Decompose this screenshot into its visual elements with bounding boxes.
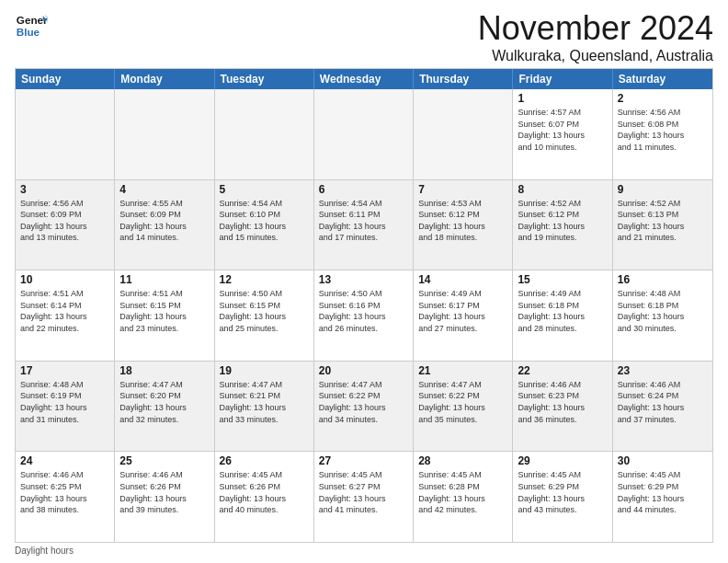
calendar-cell <box>16 89 115 179</box>
day-number: 8 <box>518 183 607 196</box>
footer-note: Daylight hours <box>15 546 713 556</box>
header: General Blue November 2024 Wulkuraka, Qu… <box>15 9 713 64</box>
day-number: 6 <box>319 183 408 196</box>
day-info: Sunrise: 4:57 AM Sunset: 6:07 PM Dayligh… <box>518 107 607 153</box>
calendar-row: 3Sunrise: 4:56 AM Sunset: 6:09 PM Daylig… <box>16 180 712 271</box>
day-info: Sunrise: 4:49 AM Sunset: 6:18 PM Dayligh… <box>518 288 607 334</box>
day-info: Sunrise: 4:45 AM Sunset: 6:28 PM Dayligh… <box>418 469 507 515</box>
day-info: Sunrise: 4:46 AM Sunset: 6:24 PM Dayligh… <box>618 379 708 425</box>
calendar-cell: 23Sunrise: 4:46 AM Sunset: 6:24 PM Dayli… <box>613 362 712 452</box>
calendar-row: 10Sunrise: 4:51 AM Sunset: 6:14 PM Dayli… <box>16 270 712 362</box>
title-block: November 2024 Wulkuraka, Queensland, Aus… <box>478 9 713 64</box>
month-title: November 2024 <box>478 9 713 48</box>
svg-text:Blue: Blue <box>17 26 40 38</box>
day-info: Sunrise: 4:51 AM Sunset: 6:14 PM Dayligh… <box>20 288 109 334</box>
day-number: 2 <box>618 92 708 105</box>
calendar-cell: 2Sunrise: 4:56 AM Sunset: 6:08 PM Daylig… <box>613 89 712 179</box>
day-info: Sunrise: 4:45 AM Sunset: 6:29 PM Dayligh… <box>518 469 607 515</box>
day-number: 22 <box>518 364 607 377</box>
day-number: 16 <box>618 273 708 286</box>
calendar-cell: 11Sunrise: 4:51 AM Sunset: 6:15 PM Dayli… <box>115 270 214 361</box>
header-wednesday: Wednesday <box>314 69 414 89</box>
day-number: 15 <box>518 273 607 286</box>
day-info: Sunrise: 4:46 AM Sunset: 6:25 PM Dayligh… <box>20 469 109 515</box>
calendar-cell: 9Sunrise: 4:52 AM Sunset: 6:13 PM Daylig… <box>613 180 712 270</box>
calendar-cell: 16Sunrise: 4:48 AM Sunset: 6:18 PM Dayli… <box>613 270 712 361</box>
day-info: Sunrise: 4:54 AM Sunset: 6:10 PM Dayligh… <box>220 198 309 244</box>
calendar-cell: 12Sunrise: 4:50 AM Sunset: 6:15 PM Dayli… <box>215 270 314 361</box>
day-number: 23 <box>618 364 708 377</box>
calendar-cell <box>115 89 214 179</box>
header-sunday: Sunday <box>16 69 115 89</box>
logo: General Blue <box>15 9 48 42</box>
day-number: 9 <box>618 183 708 196</box>
calendar-cell: 22Sunrise: 4:46 AM Sunset: 6:23 PM Dayli… <box>513 362 612 452</box>
calendar-cell: 10Sunrise: 4:51 AM Sunset: 6:14 PM Dayli… <box>16 270 115 361</box>
day-number: 17 <box>20 364 109 377</box>
day-info: Sunrise: 4:45 AM Sunset: 6:26 PM Dayligh… <box>220 469 309 515</box>
day-number: 10 <box>20 273 109 286</box>
day-number: 29 <box>518 454 607 467</box>
day-number: 26 <box>220 454 309 467</box>
calendar-cell: 24Sunrise: 4:46 AM Sunset: 6:25 PM Dayli… <box>16 452 115 542</box>
calendar-cell: 30Sunrise: 4:45 AM Sunset: 6:29 PM Dayli… <box>613 452 712 542</box>
calendar-cell: 1Sunrise: 4:57 AM Sunset: 6:07 PM Daylig… <box>513 89 612 179</box>
day-info: Sunrise: 4:46 AM Sunset: 6:26 PM Dayligh… <box>119 469 209 515</box>
day-info: Sunrise: 4:51 AM Sunset: 6:15 PM Dayligh… <box>119 288 209 334</box>
calendar-body: 1Sunrise: 4:57 AM Sunset: 6:07 PM Daylig… <box>16 89 712 542</box>
day-number: 28 <box>418 454 507 467</box>
calendar-cell: 5Sunrise: 4:54 AM Sunset: 6:10 PM Daylig… <box>215 180 314 270</box>
calendar-cell <box>414 89 513 179</box>
day-info: Sunrise: 4:55 AM Sunset: 6:09 PM Dayligh… <box>119 198 209 244</box>
day-info: Sunrise: 4:45 AM Sunset: 6:27 PM Dayligh… <box>319 469 408 515</box>
day-info: Sunrise: 4:54 AM Sunset: 6:11 PM Dayligh… <box>319 198 408 244</box>
calendar-cell: 13Sunrise: 4:50 AM Sunset: 6:16 PM Dayli… <box>314 270 414 361</box>
day-info: Sunrise: 4:47 AM Sunset: 6:22 PM Dayligh… <box>418 379 507 425</box>
day-info: Sunrise: 4:45 AM Sunset: 6:29 PM Dayligh… <box>618 469 708 515</box>
day-info: Sunrise: 4:48 AM Sunset: 6:18 PM Dayligh… <box>618 288 708 334</box>
day-number: 4 <box>119 183 209 196</box>
day-info: Sunrise: 4:56 AM Sunset: 6:09 PM Dayligh… <box>20 198 109 244</box>
calendar-cell: 25Sunrise: 4:46 AM Sunset: 6:26 PM Dayli… <box>115 452 214 542</box>
day-number: 5 <box>220 183 309 196</box>
calendar-cell: 14Sunrise: 4:49 AM Sunset: 6:17 PM Dayli… <box>414 270 513 361</box>
day-number: 25 <box>119 454 209 467</box>
day-number: 30 <box>618 454 708 467</box>
header-tuesday: Tuesday <box>215 69 314 89</box>
day-number: 11 <box>119 273 209 286</box>
calendar-cell: 6Sunrise: 4:54 AM Sunset: 6:11 PM Daylig… <box>314 180 414 270</box>
calendar-cell: 4Sunrise: 4:55 AM Sunset: 6:09 PM Daylig… <box>115 180 214 270</box>
calendar-cell: 17Sunrise: 4:48 AM Sunset: 6:19 PM Dayli… <box>16 362 115 452</box>
calendar-cell: 26Sunrise: 4:45 AM Sunset: 6:26 PM Dayli… <box>215 452 314 542</box>
calendar-cell: 15Sunrise: 4:49 AM Sunset: 6:18 PM Dayli… <box>513 270 612 361</box>
calendar-row: 24Sunrise: 4:46 AM Sunset: 6:25 PM Dayli… <box>16 452 712 542</box>
day-info: Sunrise: 4:49 AM Sunset: 6:17 PM Dayligh… <box>418 288 507 334</box>
location-title: Wulkuraka, Queensland, Australia <box>478 48 713 64</box>
day-number: 21 <box>418 364 507 377</box>
calendar-cell: 29Sunrise: 4:45 AM Sunset: 6:29 PM Dayli… <box>513 452 612 542</box>
day-info: Sunrise: 4:47 AM Sunset: 6:20 PM Dayligh… <box>119 379 209 425</box>
calendar-cell: 18Sunrise: 4:47 AM Sunset: 6:20 PM Dayli… <box>115 362 214 452</box>
calendar-cell <box>215 89 314 179</box>
calendar-row: 17Sunrise: 4:48 AM Sunset: 6:19 PM Dayli… <box>16 362 712 453</box>
day-number: 13 <box>319 273 408 286</box>
calendar-row: 1Sunrise: 4:57 AM Sunset: 6:07 PM Daylig… <box>16 89 712 180</box>
day-info: Sunrise: 4:46 AM Sunset: 6:23 PM Dayligh… <box>518 379 607 425</box>
day-info: Sunrise: 4:47 AM Sunset: 6:21 PM Dayligh… <box>220 379 309 425</box>
calendar-cell: 20Sunrise: 4:47 AM Sunset: 6:22 PM Dayli… <box>314 362 414 452</box>
calendar-cell: 8Sunrise: 4:52 AM Sunset: 6:12 PM Daylig… <box>513 180 612 270</box>
day-info: Sunrise: 4:50 AM Sunset: 6:15 PM Dayligh… <box>220 288 309 334</box>
day-number: 12 <box>220 273 309 286</box>
day-number: 19 <box>220 364 309 377</box>
day-number: 3 <box>20 183 109 196</box>
day-number: 24 <box>20 454 109 467</box>
day-number: 18 <box>119 364 209 377</box>
calendar-cell: 3Sunrise: 4:56 AM Sunset: 6:09 PM Daylig… <box>16 180 115 270</box>
day-number: 1 <box>518 92 607 105</box>
day-info: Sunrise: 4:53 AM Sunset: 6:12 PM Dayligh… <box>418 198 507 244</box>
calendar-cell: 21Sunrise: 4:47 AM Sunset: 6:22 PM Dayli… <box>414 362 513 452</box>
day-info: Sunrise: 4:48 AM Sunset: 6:19 PM Dayligh… <box>20 379 109 425</box>
header-monday: Monday <box>115 69 214 89</box>
calendar-cell: 19Sunrise: 4:47 AM Sunset: 6:21 PM Dayli… <box>215 362 314 452</box>
day-info: Sunrise: 4:50 AM Sunset: 6:16 PM Dayligh… <box>319 288 408 334</box>
